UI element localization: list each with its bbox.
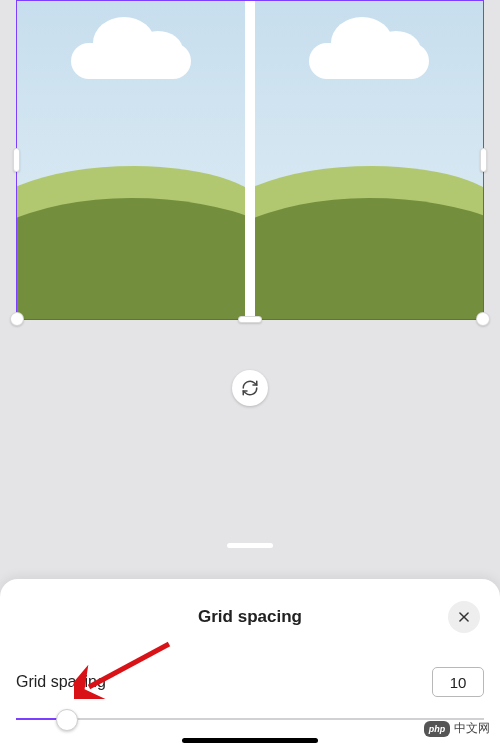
control-row: Grid spacing [16,667,484,697]
grid-spacing-label: Grid spacing [16,673,106,691]
grid-cell-left[interactable] [17,1,245,319]
grid-spacing-divider [245,1,255,319]
placeholder-hill-front [255,198,483,319]
grid-cell-right[interactable] [255,1,483,319]
slider-track [16,718,484,720]
image-grid-frame[interactable] [16,0,484,320]
selection-handle-bottom-mid[interactable] [238,316,262,323]
cloud-icon [299,19,439,79]
rotate-icon [241,379,259,397]
canvas-area [0,0,500,320]
selection-handle-bottom-right[interactable] [476,312,490,326]
grid-spacing-sheet: Grid spacing Grid spacing [0,579,500,749]
placeholder-hill-front [17,198,245,319]
grid-spacing-input[interactable] [432,667,484,697]
close-button[interactable] [448,601,480,633]
cloud-icon [61,19,201,79]
selection-handle-left[interactable] [13,148,20,172]
grid-spacing-slider[interactable] [16,705,484,733]
selection-handle-right[interactable] [480,148,487,172]
selection-handle-bottom-left[interactable] [10,312,24,326]
close-icon [457,610,471,624]
sheet-header: Grid spacing [16,607,484,627]
home-indicator [182,738,318,743]
sheet-title: Grid spacing [16,607,484,627]
slider-thumb[interactable] [56,709,78,731]
sheet-drag-handle-peek[interactable] [227,543,273,548]
rotate-button[interactable] [232,370,268,406]
